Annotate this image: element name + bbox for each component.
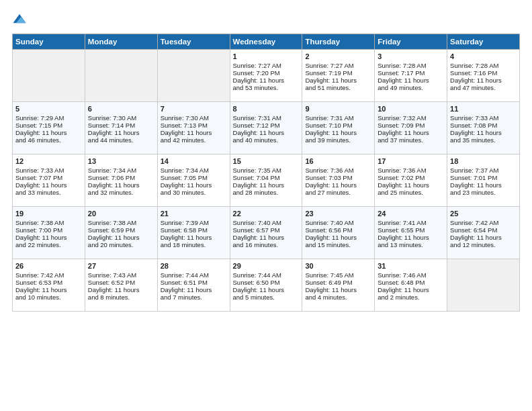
day-number: 2 [305,52,371,60]
calendar-cell: 5Sunrise: 7:29 AMSunset: 7:15 PMDaylight… [13,102,85,154]
day-info: and 2 minutes. [378,293,444,301]
day-number: 31 [378,262,444,270]
header-day-tuesday: Tuesday [157,34,230,50]
calendar-cell: 1Sunrise: 7:27 AMSunset: 7:20 PMDaylight… [230,50,302,102]
calendar-cell: 18Sunrise: 7:37 AMSunset: 7:01 PMDayligh… [447,154,520,207]
day-info: Sunrise: 7:37 AM [450,167,517,174]
day-info: Daylight: 11 hours [305,77,371,84]
calendar-cell: 24Sunrise: 7:41 AMSunset: 6:55 PMDayligh… [375,207,447,259]
day-info: Sunset: 7:01 PM [450,174,517,181]
day-info: Daylight: 11 hours [88,181,154,189]
calendar-cell [85,50,157,102]
day-number: 7 [161,105,227,113]
day-info: Daylight: 11 hours [15,234,82,241]
day-info: and 53 minutes. [233,84,300,91]
calendar-cell: 11Sunrise: 7:33 AMSunset: 7:08 PMDayligh… [447,102,520,154]
day-info: Daylight: 11 hours [161,286,227,293]
day-info: and 40 minutes. [233,136,300,144]
calendar-cell: 3Sunrise: 7:28 AMSunset: 7:17 PMDaylight… [375,50,447,102]
day-number: 21 [161,210,227,218]
day-info: and 51 minutes. [305,84,371,91]
day-number: 18 [450,157,517,165]
day-info: and 4 minutes. [305,293,371,301]
day-number: 5 [15,105,82,113]
day-info: and 30 minutes. [161,189,227,196]
day-info: Sunset: 7:16 PM [450,69,517,77]
day-info: and 39 minutes. [305,136,371,144]
day-info: and 28 minutes. [233,189,300,196]
day-info: Sunrise: 7:35 AM [233,167,300,174]
day-info: and 18 minutes. [161,241,227,248]
calendar-cell: 6Sunrise: 7:30 AMSunset: 7:14 PMDaylight… [85,102,157,154]
day-info: and 44 minutes. [88,136,154,144]
header-day-saturday: Saturday [447,34,520,50]
calendar-cell: 17Sunrise: 7:36 AMSunset: 7:02 PMDayligh… [375,154,447,207]
day-info: Sunset: 6:49 PM [305,279,371,286]
day-info: Daylight: 11 hours [450,234,517,241]
calendar-cell: 19Sunrise: 7:38 AMSunset: 7:00 PMDayligh… [13,207,85,259]
calendar-cell: 25Sunrise: 7:42 AMSunset: 6:54 PMDayligh… [447,207,520,259]
calendar-cell: 4Sunrise: 7:28 AMSunset: 7:16 PMDaylight… [447,50,520,102]
day-info: Sunrise: 7:28 AM [450,62,517,69]
day-info: Daylight: 11 hours [233,286,300,293]
day-info: and 5 minutes. [233,293,300,301]
day-info: Sunset: 6:55 PM [378,226,444,234]
day-info: Sunset: 7:08 PM [450,122,517,129]
header-day-wednesday: Wednesday [230,34,302,50]
day-info: and 49 minutes. [378,84,444,91]
day-info: Sunset: 7:05 PM [161,174,227,181]
header-day-thursday: Thursday [302,34,375,50]
day-info: Daylight: 11 hours [305,129,371,136]
day-info: Daylight: 11 hours [450,77,517,84]
calendar-header: SundayMondayTuesdayWednesdayThursdayFrid… [13,34,520,50]
day-info: Daylight: 11 hours [378,129,444,136]
day-info: Sunrise: 7:33 AM [450,114,517,122]
day-number: 19 [15,210,82,218]
header-day-monday: Monday [85,34,157,50]
day-info: Daylight: 11 hours [233,181,300,189]
day-info: Daylight: 11 hours [233,77,300,84]
day-info: Sunrise: 7:32 AM [378,114,444,122]
day-info: Sunset: 7:19 PM [305,69,371,77]
day-info: Sunrise: 7:31 AM [305,114,371,122]
calendar-cell: 15Sunrise: 7:35 AMSunset: 7:04 PMDayligh… [230,154,302,207]
day-info: Sunrise: 7:46 AM [378,271,444,279]
day-info: and 42 minutes. [161,136,227,144]
day-info: and 10 minutes. [15,293,82,301]
calendar-cell: 22Sunrise: 7:40 AMSunset: 6:57 PMDayligh… [230,207,302,259]
day-info: Sunset: 6:50 PM [233,279,300,286]
day-info: and 35 minutes. [450,136,517,144]
calendar-cell: 8Sunrise: 7:31 AMSunset: 7:12 PMDaylight… [230,102,302,154]
header-day-sunday: Sunday [13,34,85,50]
calendar-cell: 2Sunrise: 7:27 AMSunset: 7:19 PMDaylight… [302,50,375,102]
week-row-5: 26Sunrise: 7:42 AMSunset: 6:53 PMDayligh… [13,259,520,312]
day-info: Daylight: 11 hours [305,181,371,189]
day-info: Sunset: 6:56 PM [305,226,371,234]
day-info: Sunrise: 7:30 AM [161,114,227,122]
day-info: Daylight: 11 hours [450,181,517,189]
day-info: Sunrise: 7:44 AM [161,271,227,279]
day-info: Sunrise: 7:34 AM [161,167,227,174]
day-info: and 46 minutes. [15,136,82,144]
calendar-cell: 26Sunrise: 7:42 AMSunset: 6:53 PMDayligh… [13,259,85,312]
header [12,12,520,27]
calendar-cell: 12Sunrise: 7:33 AMSunset: 7:07 PMDayligh… [13,154,85,207]
day-info: Sunset: 6:59 PM [88,226,154,234]
day-info: and 25 minutes. [378,189,444,196]
day-info: Daylight: 11 hours [305,234,371,241]
day-number: 26 [15,262,82,270]
day-info: Sunrise: 7:38 AM [15,219,82,226]
day-number: 14 [161,157,227,165]
day-info: Sunrise: 7:27 AM [233,62,300,69]
day-number: 9 [305,105,371,113]
day-number: 29 [233,262,300,270]
day-info: Sunrise: 7:42 AM [15,271,82,279]
day-number: 30 [305,262,371,270]
day-info: Sunset: 6:48 PM [378,279,444,286]
calendar-cell: 7Sunrise: 7:30 AMSunset: 7:13 PMDaylight… [157,102,230,154]
day-number: 22 [233,210,300,218]
day-info: and 27 minutes. [305,189,371,196]
calendar-cell [13,50,85,102]
day-info: Sunrise: 7:42 AM [450,219,517,226]
day-info: Sunset: 6:58 PM [161,226,227,234]
